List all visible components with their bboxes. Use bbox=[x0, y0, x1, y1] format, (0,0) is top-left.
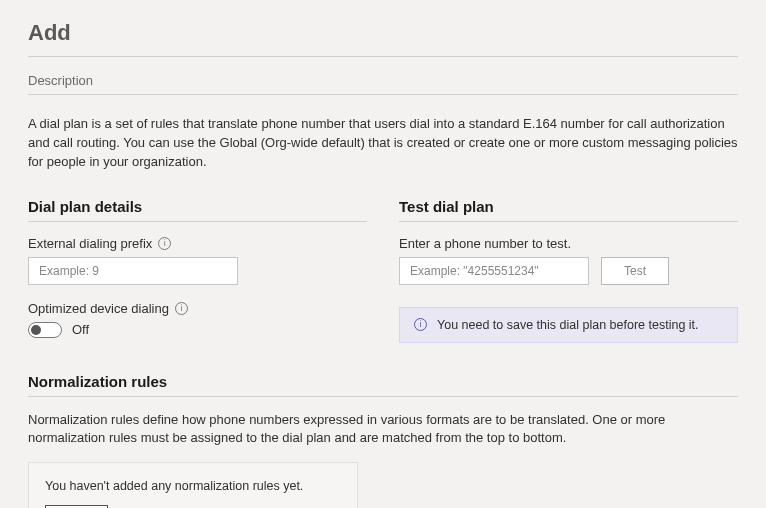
test-dial-plan-section: Test dial plan Enter a phone number to t… bbox=[399, 198, 738, 343]
toggle-state: Off bbox=[72, 322, 89, 337]
page-title: Add bbox=[28, 20, 738, 57]
test-button[interactable]: Test bbox=[601, 257, 669, 285]
test-subheading: Enter a phone number to test. bbox=[399, 236, 738, 251]
optimized-dialing-label: Optimized device dialing i bbox=[28, 301, 367, 316]
external-prefix-input[interactable] bbox=[28, 257, 238, 285]
info-icon[interactable]: i bbox=[175, 302, 188, 315]
toggle-knob bbox=[31, 325, 41, 335]
description-input[interactable] bbox=[28, 67, 738, 95]
test-phone-input[interactable] bbox=[399, 257, 589, 285]
normalization-heading: Normalization rules bbox=[28, 373, 738, 397]
intro-text: A dial plan is a set of rules that trans… bbox=[28, 115, 738, 172]
optimized-dialing-label-text: Optimized device dialing bbox=[28, 301, 169, 316]
info-icon: i bbox=[414, 318, 427, 331]
info-icon[interactable]: i bbox=[158, 237, 171, 250]
normalization-section: Normalization rules Normalization rules … bbox=[28, 373, 738, 508]
optimized-dialing-toggle[interactable] bbox=[28, 322, 62, 338]
save-notice: i You need to save this dial plan before… bbox=[399, 307, 738, 343]
external-prefix-label-text: External dialing prefix bbox=[28, 236, 152, 251]
normalization-empty-text: You haven't added any normalization rule… bbox=[45, 479, 341, 493]
test-subheading-text: Enter a phone number to test. bbox=[399, 236, 571, 251]
details-heading: Dial plan details bbox=[28, 198, 367, 222]
normalization-description: Normalization rules define how phone num… bbox=[28, 411, 738, 449]
save-notice-text: You need to save this dial plan before t… bbox=[437, 318, 699, 332]
dial-plan-details-section: Dial plan details External dialing prefi… bbox=[28, 198, 367, 343]
external-prefix-label: External dialing prefix i bbox=[28, 236, 367, 251]
normalization-empty-card: You haven't added any normalization rule… bbox=[28, 462, 358, 508]
test-heading: Test dial plan bbox=[399, 198, 738, 222]
